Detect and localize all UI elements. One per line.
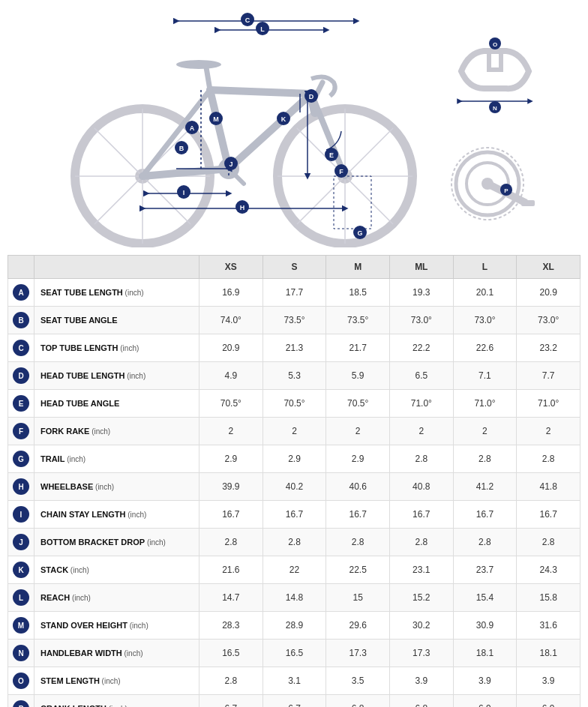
row-label-cell: P (8, 695, 34, 708)
row-value-cell: 2.8 (200, 529, 263, 556)
svg-text:F: F (339, 168, 344, 175)
measure-name: SEAT TUBE ANGLE (40, 316, 118, 325)
measure-unit: (inch) (68, 566, 89, 574)
row-value-cell: 23.2 (517, 334, 580, 362)
row-value-cell: 2.8 (389, 445, 453, 473)
svg-text:B: B (178, 145, 184, 152)
col-measurement (34, 256, 200, 279)
measure-name: SEAT TUBE LENGTH (40, 288, 123, 297)
row-value-cell: 28.3 (200, 612, 263, 640)
row-name-cell: HEAD TUBE ANGLE (34, 390, 200, 418)
row-value-cell: 2 (200, 418, 263, 445)
row-name-cell: BOTTOM BRACKET DROP (inch) (34, 529, 200, 556)
row-value-cell: 16.7 (262, 501, 326, 529)
row-value-cell: 41.2 (453, 473, 517, 501)
row-name-cell: WHEELBASE (inch) (34, 473, 200, 501)
row-value-cell: 2.8 (262, 529, 326, 556)
measure-name: STEM LENGTH (40, 676, 100, 685)
row-value-cell: 6.9 (453, 695, 517, 708)
row-value-cell: 18.1 (453, 640, 517, 667)
label-badge: F (13, 423, 29, 439)
row-value-cell: 28.9 (262, 612, 326, 640)
row-label-cell: D (8, 362, 34, 390)
measure-name: STACK (40, 565, 68, 574)
row-name-cell: STEM LENGTH (inch) (34, 667, 200, 695)
row-value-cell: 19.3 (389, 279, 453, 307)
row-value-cell: 23.7 (453, 556, 517, 584)
measure-name: STAND OVER HEIGHT (40, 621, 128, 630)
row-value-cell: 21.3 (262, 334, 326, 362)
row-value-cell: 6.7 (200, 695, 263, 708)
measure-name: HANDLEBAR WIDTH (40, 649, 122, 658)
row-value-cell: 70.5° (326, 390, 390, 418)
row-value-cell: 30.2 (389, 612, 453, 640)
row-value-cell: 40.2 (262, 473, 326, 501)
svg-text:N: N (493, 105, 497, 112)
row-label-cell: L (8, 584, 34, 612)
row-name-cell: TOP TUBE LENGTH (inch) (34, 334, 200, 362)
svg-line-20 (206, 67, 210, 90)
row-value-cell: 71.0° (453, 390, 517, 418)
col-ml: ML (389, 256, 453, 279)
measure-name: BOTTOM BRACKET DROP (40, 538, 145, 547)
table-row: ASEAT TUBE LENGTH (inch)16.917.718.519.3… (8, 279, 580, 307)
measure-unit: (inch) (128, 622, 148, 630)
measure-name: CHAIN STAY LENGTH (40, 510, 125, 519)
row-value-cell: 74.0° (200, 307, 263, 334)
col-xs: XS (200, 256, 263, 279)
table-row: BSEAT TUBE ANGLE74.0°73.5°73.5°73.0°73.0… (8, 307, 580, 334)
svg-text:O: O (492, 41, 496, 48)
measure-name: HEAD TUBE ANGLE (40, 399, 119, 408)
row-value-cell: 2 (517, 418, 580, 445)
svg-text:J: J (229, 160, 232, 168)
row-label-cell: N (8, 640, 34, 667)
row-value-cell: 5.9 (326, 362, 390, 390)
measure-unit: (inch) (123, 289, 144, 297)
label-badge: N (13, 645, 29, 661)
row-label-cell: E (8, 390, 34, 418)
row-value-cell: 15.4 (453, 584, 517, 612)
row-value-cell: 31.6 (517, 612, 580, 640)
svg-text:L: L (260, 25, 265, 33)
table-section: XS S M ML L XL ASEAT TUBE LENGTH (inch)1… (0, 255, 588, 707)
table-row: ICHAIN STAY LENGTH (inch)16.716.716.716.… (8, 501, 580, 529)
row-value-cell: 5.3 (262, 362, 326, 390)
row-value-cell: 20.9 (200, 334, 263, 362)
row-value-cell: 22.6 (453, 334, 517, 362)
row-value-cell: 2.8 (326, 529, 390, 556)
row-value-cell: 3.9 (517, 667, 580, 695)
svg-text:I: I (182, 189, 184, 196)
row-name-cell: STAND OVER HEIGHT (inch) (34, 612, 200, 640)
row-value-cell: 70.5° (200, 390, 263, 418)
row-value-cell: 6.5 (389, 362, 453, 390)
label-badge: G (13, 451, 29, 467)
row-value-cell: 16.7 (517, 501, 580, 529)
row-value-cell: 16.7 (200, 501, 263, 529)
svg-line-15 (210, 90, 311, 94)
measure-name: CRANK LENGTH (40, 704, 106, 707)
label-badge: H (13, 478, 29, 495)
measure-unit: (inch) (89, 427, 110, 436)
row-value-cell: 22 (262, 556, 326, 584)
row-value-cell: 2.9 (200, 445, 263, 473)
table-row: MSTAND OVER HEIGHT (inch)28.328.929.630.… (8, 612, 580, 640)
row-value-cell: 22.2 (389, 334, 453, 362)
svg-text:D: D (308, 93, 314, 100)
row-name-cell: CRANK LENGTH (inch) (34, 695, 200, 708)
label-badge: D (13, 367, 29, 384)
diagram-section: A B C D E F G H I J K L (0, 0, 588, 255)
row-value-cell: 7.1 (453, 362, 517, 390)
row-label-cell: A (8, 279, 34, 307)
row-value-cell: 2.8 (453, 445, 517, 473)
row-value-cell: 2.8 (453, 529, 517, 556)
measure-name: FORK RAKE (40, 427, 89, 436)
row-value-cell: 2.8 (517, 445, 580, 473)
measure-name: HEAD TUBE LENGTH (40, 371, 124, 380)
table-row: FFORK RAKE (inch)222222 (8, 418, 580, 445)
row-value-cell: 71.0° (389, 390, 453, 418)
row-value-cell: 17.3 (389, 640, 453, 667)
row-value-cell: 18.5 (326, 279, 390, 307)
row-value-cell: 6.7 (262, 695, 326, 708)
row-value-cell: 14.7 (200, 584, 263, 612)
row-value-cell: 23.1 (389, 556, 453, 584)
